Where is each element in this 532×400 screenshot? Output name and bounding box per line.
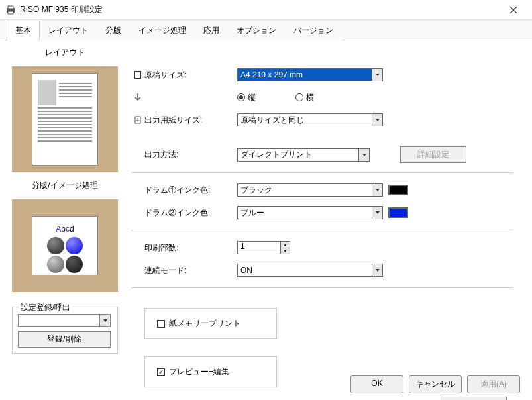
preview-edit-group: ✓ プレビュー+編集 [144, 356, 277, 387]
apply-button[interactable]: 適用(A) [467, 375, 520, 393]
settings-register-combo[interactable] [18, 314, 111, 327]
tab-layout[interactable]: レイアウト [40, 21, 97, 40]
paper-memory-group: 紙メモリープリント [144, 308, 277, 339]
spinner-up-icon[interactable]: ▲ [280, 242, 290, 248]
chevron-down-icon [372, 264, 382, 276]
chevron-down-icon [358, 149, 369, 161]
window-title: RISO MF 935 印刷設定 [20, 4, 500, 15]
chevron-down-icon [372, 207, 382, 219]
orientation-portrait-radio[interactable]: 縦 [237, 92, 256, 103]
reset-defaults-button[interactable]: 標準に戻す [441, 397, 507, 400]
preview-edit-checkbox[interactable]: ✓ プレビュー+編集 [157, 366, 264, 377]
output-method-label: 出力方法: [144, 149, 237, 160]
drum1-label: ドラム①インク色: [144, 185, 237, 196]
tab-separation[interactable]: 分版 [97, 21, 130, 40]
drum2-select[interactable]: ブルー [237, 206, 383, 219]
original-size-select[interactable]: A4 210 x 297 mm [237, 68, 383, 81]
drum1-select[interactable]: ブラック [237, 183, 383, 197]
cancel-button[interactable]: キャンセル [409, 375, 462, 393]
paper-memory-checkbox[interactable]: 紙メモリープリント [157, 318, 264, 329]
layout-preview [12, 66, 118, 172]
layout-preview-label: レイアウト [12, 47, 118, 58]
detail-settings-button[interactable]: 詳細設定 [400, 146, 466, 163]
close-button[interactable] [500, 2, 527, 18]
settings-register-label: 設定登録/呼出 [18, 302, 73, 313]
image-preview: Abcd [12, 199, 118, 292]
drum1-color-chip [388, 185, 408, 195]
svg-rect-1 [8, 6, 13, 9]
tab-bar: 基本 レイアウト 分版 イメージ処理 応用 オプション バージョン [0, 20, 532, 40]
tab-advanced[interactable]: 応用 [195, 21, 228, 40]
drum2-color-chip [388, 207, 408, 218]
tab-image[interactable]: イメージ処理 [130, 21, 195, 40]
settings-register-group: 設定登録/呼出 登録/削除 [12, 307, 118, 354]
continuous-select[interactable]: ON [237, 264, 383, 277]
page-icon [131, 70, 144, 79]
output-method-select[interactable]: ダイレクトプリント [237, 148, 370, 162]
chevron-down-icon [372, 184, 382, 196]
chevron-down-icon [99, 315, 110, 326]
drum2-label: ドラム②インク色: [144, 207, 237, 219]
ok-button[interactable]: OK [350, 375, 403, 393]
copies-spinner[interactable]: 1 ▲ ▼ [237, 241, 290, 254]
spinner-down-icon[interactable]: ▼ [280, 248, 290, 254]
register-delete-button[interactable]: 登録/削除 [18, 331, 111, 348]
tab-version[interactable]: バージョン [285, 21, 342, 40]
tab-basic[interactable]: 基本 [7, 21, 40, 40]
original-size-label: 原稿サイズ: [144, 70, 237, 81]
output-size-select[interactable]: 原稿サイズと同じ [237, 113, 383, 126]
output-size-label: 出力用紙サイズ: [144, 115, 237, 126]
chevron-down-icon [372, 114, 382, 126]
image-preview-label: 分版/イメージ処理 [12, 180, 118, 191]
copies-label: 印刷部数: [144, 242, 237, 254]
printer-icon [5, 5, 16, 15]
output-icon [131, 115, 144, 125]
chevron-down-icon [372, 69, 382, 81]
arrow-down-icon [131, 93, 144, 102]
svg-rect-2 [8, 11, 13, 14]
orientation-landscape-radio[interactable]: 横 [295, 92, 314, 103]
svg-rect-4 [135, 72, 140, 78]
continuous-label: 連続モード: [144, 265, 237, 276]
tab-options[interactable]: オプション [228, 21, 285, 40]
